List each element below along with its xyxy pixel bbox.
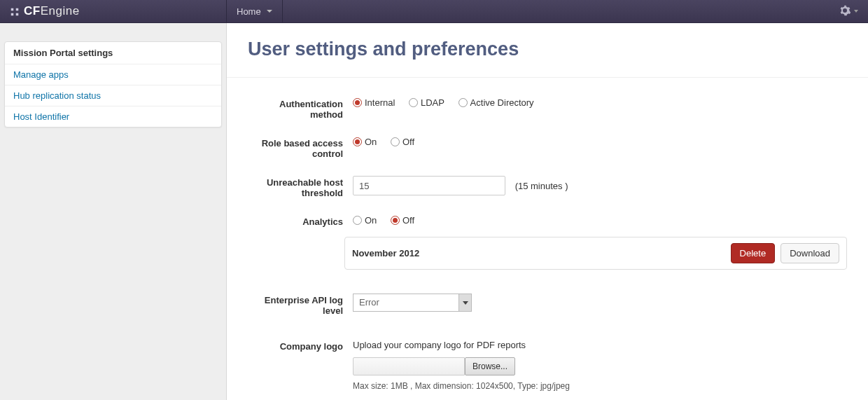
radio-auth-internal[interactable]: Internal xyxy=(353,97,395,108)
row-report-item: November 2012 Delete Download xyxy=(248,237,847,270)
nav-home-dropdown[interactable]: Home xyxy=(227,0,283,22)
radio-dot-icon xyxy=(353,137,362,146)
svg-rect-3 xyxy=(16,13,19,16)
file-path-display xyxy=(353,357,465,375)
caret-down-icon xyxy=(267,10,272,13)
label-unreachable: Unreachable host threshold xyxy=(248,176,353,198)
row-loglevel: Enterprise API log level Error xyxy=(248,294,847,316)
radio-auth-ldap[interactable]: LDAP xyxy=(409,97,444,108)
svg-rect-2 xyxy=(11,13,14,16)
report-item-name: November 2012 xyxy=(352,248,731,258)
radio-dot-icon xyxy=(458,98,468,107)
select-loglevel[interactable]: Error xyxy=(353,294,472,312)
file-upload: Browse... xyxy=(353,357,847,375)
select-loglevel-value: Error xyxy=(354,294,471,310)
logo-constraints: Max size: 1MB , Max dimension: 1024x500,… xyxy=(353,381,847,391)
download-button[interactable]: Download xyxy=(780,243,839,263)
sidebar-panel: Mission Portal settings Manage apps Hub … xyxy=(4,41,222,127)
radio-dot-icon xyxy=(353,216,362,225)
row-rbac: Role based access control On Off xyxy=(248,137,847,159)
sidebar-item-manage-apps[interactable]: Manage apps xyxy=(5,64,221,85)
sidebar-item-hub-replication[interactable]: Hub replication status xyxy=(5,85,221,106)
report-item: November 2012 Delete Download xyxy=(344,237,847,270)
delete-button[interactable]: Delete xyxy=(731,243,776,263)
label-auth-method: Authentication method xyxy=(248,97,353,120)
browse-button[interactable]: Browse... xyxy=(465,357,515,375)
brand: CFEngine xyxy=(0,0,227,22)
radio-dot-icon xyxy=(353,98,362,107)
radio-analytics-off-label: Off xyxy=(402,215,414,226)
label-company-logo: Company logo xyxy=(248,340,353,352)
main-content: User settings and preferences Authentica… xyxy=(227,23,868,400)
label-loglevel: Enterprise API log level xyxy=(248,294,353,316)
label-empty xyxy=(248,237,344,238)
brand-logo-icon xyxy=(10,6,20,16)
label-rbac: Role based access control xyxy=(248,137,353,159)
svg-rect-1 xyxy=(16,8,19,11)
row-auth-method: Authentication method Internal LDAP Acti… xyxy=(248,97,847,120)
chevron-down-icon xyxy=(463,301,468,305)
nav-home-label: Home xyxy=(237,6,261,17)
radio-auth-internal-label: Internal xyxy=(365,97,395,108)
radio-dot-icon xyxy=(391,137,400,146)
brand-engine: Engine xyxy=(41,4,80,18)
page-title: User settings and preferences xyxy=(227,23,868,78)
brand-cf: CF xyxy=(24,4,41,18)
radio-auth-ldap-label: LDAP xyxy=(421,97,444,108)
gear-icon xyxy=(839,5,850,18)
label-analytics: Analytics xyxy=(248,215,353,227)
radio-rbac-on-label: On xyxy=(365,137,377,147)
nav-spacer xyxy=(283,0,830,22)
input-unreachable-threshold[interactable] xyxy=(353,176,505,195)
radio-rbac-off[interactable]: Off xyxy=(391,137,414,147)
hint-unreachable: (15 minutes ) xyxy=(515,181,568,191)
settings-form: Authentication method Internal LDAP Acti… xyxy=(227,78,868,400)
logo-help-text: Upload your company logo for PDF reports xyxy=(353,340,847,350)
radio-dot-icon xyxy=(409,98,418,107)
row-analytics: Analytics On Off xyxy=(248,215,847,227)
radio-auth-ad[interactable]: Active Directory xyxy=(458,97,534,108)
sidebar: Mission Portal settings Manage apps Hub … xyxy=(0,23,227,400)
caret-down-icon xyxy=(854,10,858,13)
sidebar-item-host-identifier[interactable]: Host Identifier xyxy=(5,106,221,127)
brand-text: CFEngine xyxy=(24,4,80,18)
radio-auth-ad-label: Active Directory xyxy=(470,97,534,108)
row-company-logo: Company logo Upload your company logo fo… xyxy=(248,340,847,391)
radio-dot-icon xyxy=(391,216,400,225)
select-dropdown-button[interactable] xyxy=(458,294,471,311)
radio-analytics-on-label: On xyxy=(365,215,377,226)
sidebar-title: Mission Portal settings xyxy=(5,42,221,64)
svg-rect-0 xyxy=(11,8,14,11)
radio-rbac-on[interactable]: On xyxy=(353,137,377,147)
radio-rbac-off-label: Off xyxy=(402,137,414,147)
radio-analytics-on[interactable]: On xyxy=(353,215,377,226)
top-navbar: CFEngine Home xyxy=(0,0,868,23)
radio-analytics-off[interactable]: Off xyxy=(391,215,414,226)
nav-settings-dropdown[interactable] xyxy=(830,0,868,22)
row-unreachable: Unreachable host threshold (15 minutes ) xyxy=(248,176,847,198)
